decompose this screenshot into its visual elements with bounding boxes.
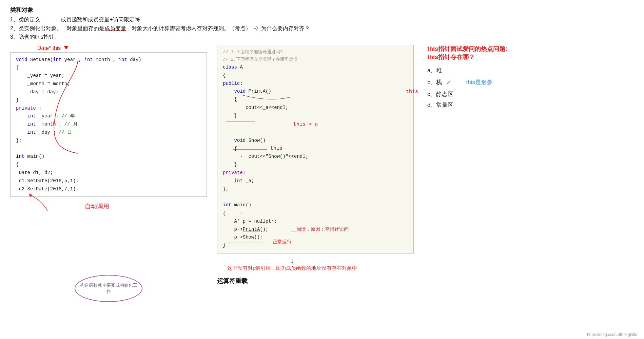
- bottom-note-area: ↓ 这里没有对p解引用，因为成员函数的地址没有存在对象中: [217, 256, 414, 271]
- code-line: }: [16, 96, 201, 105]
- comment-line-1: // 1.下面程序能编译通过吗?: [223, 49, 408, 56]
- printa-underline-svg: [243, 94, 294, 104]
- code-line: private :: [16, 105, 201, 113]
- bottom-circle: 构造函数教主要完成初始化工作: [75, 275, 142, 302]
- code-line: void SetDate(int year , int month , int …: [16, 56, 201, 64]
- middle-code-box: // 1.下面程序能编译通过吗? // 2.下面程序会崩溃吗？在哪里崩溃 cla…: [217, 45, 414, 253]
- normal-run-line-svg: [226, 240, 267, 246]
- code-line: };: [16, 137, 201, 145]
- item3-text: 3、隐含的this指针。: [10, 34, 60, 40]
- item2-text: 2、类实例化出对象。 对象里面存的是成员变量，对象大小的计算需要考虑内存对齐规则…: [10, 25, 310, 31]
- code-line: int _day ; // 日: [16, 129, 201, 137]
- code-line: {: [16, 161, 201, 169]
- code-line: _month = month;: [16, 80, 201, 88]
- auto-call-arrow-svg: [27, 192, 51, 212]
- auto-call-area: 自动调用: [10, 202, 207, 210]
- header-section: 类和对象 1、类的定义。 成员函数和成员变量+访问限定符 2、类实例化出对象。 …: [10, 6, 634, 41]
- main-content: Date* this void SetDate(int year , int m…: [10, 45, 634, 271]
- code-line: {: [223, 72, 408, 80]
- code-line: int _year ; // 年: [16, 112, 201, 120]
- middle-panel: // 1.下面程序能编译通过吗? // 2.下面程序会崩溃吗？在哪里崩溃 cla…: [217, 45, 414, 271]
- code-line: int _month ; // 月: [16, 120, 201, 129]
- down-arrow-char: ↓: [290, 256, 294, 265]
- option-b-label: b、栈: [427, 77, 442, 88]
- comment-line-2: // 2.下面程序会崩溃吗？在哪里崩溃: [223, 56, 408, 63]
- code-line-blank: [16, 145, 201, 153]
- left-code-box: void SetDate(int year , int month , int …: [10, 52, 207, 197]
- page: 类和对象 1、类的定义。 成员函数和成员变量+访问限定符 2、类实例化出对象。 …: [0, 0, 644, 339]
- code-line: Date d1, d2;: [16, 169, 201, 177]
- code-line: A* p = nullptr;: [223, 218, 408, 226]
- bottom-circle-text: 构造函数教主要完成初始化工作: [78, 282, 139, 295]
- code-line: d1.SetDate(2018,5,1);: [16, 177, 201, 185]
- item1-text: 1、类的定义。 成员函数和成员变量+访问限定符: [10, 17, 140, 22]
- code-line-blank: [223, 129, 408, 137]
- this-form-param-annotation: this是形参: [466, 77, 492, 88]
- right-panel: this指针面试爱问的热点问题: this指针存在哪？ a、堆 b、栈 ✓ th…: [424, 45, 634, 271]
- code-line: int main(): [223, 201, 408, 209]
- code-line-blank: [223, 193, 408, 201]
- option-d: d、常量区: [427, 100, 634, 111]
- code-line: p->PrintA(); __崩溃，原因：空指针访问: [223, 226, 408, 234]
- annotation-arrow-down: [63, 45, 69, 52]
- header-item-3: 3、隐含的this指针。: [10, 33, 634, 41]
- code-line: void Show(): [223, 137, 408, 145]
- operator-overload-label: 运算符重载: [217, 277, 248, 285]
- code-line: class A: [223, 63, 408, 72]
- code-line: int _a;: [223, 177, 408, 185]
- option-b: b、栈 ✓ this是形参: [427, 76, 634, 89]
- this-a-annotation: this->_a: [223, 120, 408, 129]
- code-line: }: [223, 161, 408, 169]
- code-line: void PrintA() this: [223, 88, 408, 96]
- show-line-svg: [233, 147, 301, 153]
- code-line: p->Show(); ——正常运行: [223, 233, 408, 242]
- bottom-note-text: 这里没有对p解引用，因为成员函数的地址没有存在对象中: [227, 265, 357, 271]
- header-item-1: 1、类的定义。 成员函数和成员变量+访问限定符: [10, 15, 634, 24]
- code-line: _year = year;: [16, 72, 201, 80]
- auto-call-label: 自动调用: [85, 202, 109, 210]
- watermark: https://blog.csdn.dthezghillo: [587, 332, 637, 337]
- code-line: · cout<<"Show()"<<endl;: [223, 153, 408, 161]
- code-line: { this: [223, 145, 408, 153]
- bottom-area: 构造函数教主要完成初始化工作 运算符重载: [10, 275, 634, 302]
- checkmark-icon: ✓: [446, 76, 452, 89]
- code-line: cout<<_a<<endl;: [223, 104, 408, 112]
- svg-marker-0: [64, 46, 68, 50]
- code-line: };: [223, 185, 408, 193]
- code-line: _day = day;: [16, 88, 201, 96]
- code-line: public:: [223, 80, 408, 88]
- this-hotspot-title-line2: this指针存在哪？: [427, 53, 634, 61]
- annotation-line-svg: [226, 118, 257, 125]
- bottom-middle: 运算符重载: [217, 275, 414, 302]
- code-line: {: [16, 64, 201, 72]
- header-title: 类和对象: [10, 6, 634, 14]
- left-panel: Date* this void SetDate(int year , int m…: [10, 45, 207, 271]
- header-item-2: 2、类实例化出对象。 对象里面存的是成员变量，对象大小的计算需要考虑内存对齐规则…: [10, 24, 634, 33]
- this-hotspot-title-line1: this指针面试爱问的热点问题:: [427, 45, 634, 53]
- option-c: c、静态区: [427, 89, 634, 100]
- code-line: int main(): [16, 153, 201, 161]
- left-annotation-text: Date* this: [37, 45, 61, 51]
- code-line: private:: [223, 169, 408, 177]
- bottom-left: 构造函数教主要完成初始化工作: [10, 275, 207, 302]
- code-line: { ·: [223, 209, 408, 218]
- option-a: a、堆: [427, 65, 634, 76]
